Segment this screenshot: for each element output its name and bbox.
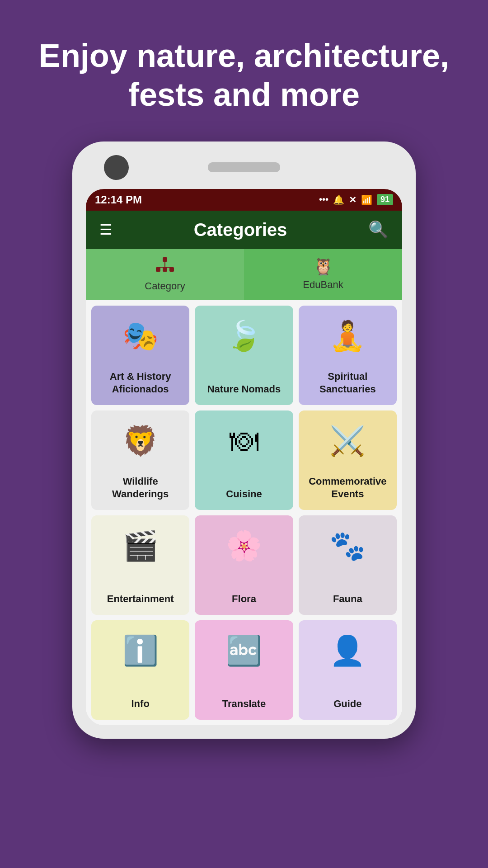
phone-screen: 12:14 PM ••• 🔔 ✕ 📶 91 ☰ Categories 🔍	[86, 189, 402, 725]
page-title: Categories	[194, 220, 287, 240]
edubank-tab-icon: 🦉	[313, 257, 333, 276]
spiritual-icon: 🧘	[329, 319, 366, 353]
category-cuisine[interactable]: 🍽 Cuisine	[195, 410, 293, 510]
nature-nomads-label: Nature Nomads	[207, 383, 281, 396]
guide-icon: 👤	[329, 634, 366, 668]
nature-nomads-icon: 🍃	[226, 319, 262, 353]
art-history-icon: 🎭	[122, 319, 159, 353]
app-header: ☰ Categories 🔍	[86, 211, 402, 249]
translate-label: Translate	[222, 698, 266, 711]
entertainment-label: Entertainment	[107, 593, 174, 606]
notification-dots: •••	[319, 194, 328, 205]
wildlife-icon: 🦁	[122, 424, 159, 458]
status-time: 12:14 PM	[95, 193, 142, 206]
status-bar-icons: ••• 🔔 ✕ 📶 91	[319, 194, 393, 205]
flora-label: Flora	[232, 593, 256, 606]
phone-camera	[104, 155, 129, 180]
category-guide[interactable]: 👤 Guide	[299, 620, 397, 720]
info-icon: ℹ️	[122, 634, 159, 668]
svg-rect-0	[163, 257, 167, 262]
battery-indicator: 91	[377, 194, 393, 205]
status-bar: 12:14 PM ••• 🔔 ✕ 📶 91	[86, 189, 402, 211]
category-flora[interactable]: 🌸 Flora	[195, 515, 293, 615]
phone-frame: 12:14 PM ••• 🔔 ✕ 📶 91 ☰ Categories 🔍	[72, 142, 416, 739]
category-wildlife[interactable]: 🦁 Wildlife Wanderings	[91, 410, 189, 510]
phone-top-hardware	[86, 155, 402, 189]
category-nature-nomads[interactable]: 🍃 Nature Nomads	[195, 306, 293, 405]
entertainment-icon: 🎬	[122, 529, 159, 563]
svg-rect-2	[163, 267, 167, 272]
wildlife-label: Wildlife Wanderings	[98, 475, 183, 501]
x-icon: ✕	[349, 194, 357, 205]
cuisine-label: Cuisine	[226, 488, 262, 501]
cuisine-icon: 🍽	[230, 424, 258, 458]
commemorative-label: Commemorative Events	[305, 475, 390, 501]
fauna-icon: 🐾	[329, 529, 366, 563]
tab-bar: Category 🦉 EduBank	[86, 249, 402, 300]
category-grid: 🎭 Art & History Aficionados 🍃 Nature Nom…	[86, 300, 402, 725]
svg-rect-3	[169, 267, 174, 272]
search-icon[interactable]: 🔍	[368, 220, 389, 239]
bell-icon: 🔔	[333, 194, 344, 205]
svg-rect-1	[156, 267, 160, 272]
wifi-icon: 📶	[361, 194, 372, 205]
category-entertainment[interactable]: 🎬 Entertainment	[91, 515, 189, 615]
category-spiritual[interactable]: 🧘 Spiritual Sanctuaries	[299, 306, 397, 405]
art-history-label: Art & History Aficionados	[98, 370, 183, 396]
hero-title: Enjoy nature, architecture, fests and mo…	[0, 0, 488, 142]
tab-category-label: Category	[145, 280, 185, 292]
category-tab-icon	[156, 257, 174, 278]
commemorative-icon: ⚔️	[329, 424, 366, 458]
tab-edubank[interactable]: 🦉 EduBank	[244, 249, 402, 300]
tab-category[interactable]: Category	[86, 249, 244, 300]
category-fauna[interactable]: 🐾 Fauna	[299, 515, 397, 615]
hamburger-menu-icon[interactable]: ☰	[99, 221, 113, 238]
category-translate[interactable]: 🔤 Translate	[195, 620, 293, 720]
flora-icon: 🌸	[226, 529, 262, 563]
spiritual-label: Spiritual Sanctuaries	[305, 370, 390, 396]
category-commemorative[interactable]: ⚔️ Commemorative Events	[299, 410, 397, 510]
fauna-label: Fauna	[333, 593, 362, 606]
category-art-history[interactable]: 🎭 Art & History Aficionados	[91, 306, 189, 405]
guide-label: Guide	[333, 698, 361, 711]
phone-speaker	[208, 162, 280, 172]
tab-edubank-label: EduBank	[303, 279, 343, 291]
info-label: Info	[131, 698, 150, 711]
category-info[interactable]: ℹ️ Info	[91, 620, 189, 720]
translate-icon: 🔤	[226, 634, 262, 668]
